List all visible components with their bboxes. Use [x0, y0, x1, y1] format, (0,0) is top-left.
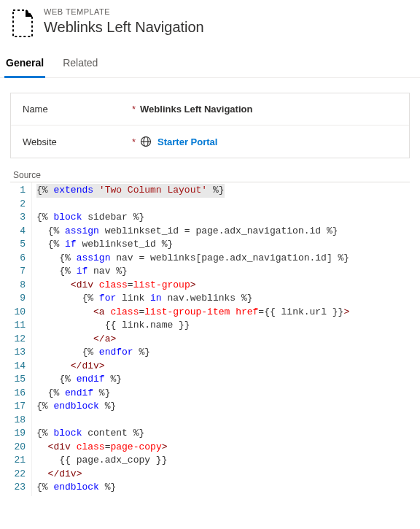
line-number: 18 — [13, 414, 26, 428]
line-number: 19 — [13, 427, 26, 441]
line-number: 14 — [13, 360, 26, 374]
code-line[interactable]: </div> — [36, 360, 410, 374]
line-number: 8 — [13, 279, 26, 293]
code-line[interactable]: {% assign weblinkset_id = page.adx_navig… — [36, 225, 410, 239]
line-number: 6 — [13, 252, 26, 266]
page-title: Weblinks Left Navigation — [44, 19, 204, 36]
line-number: 15 — [13, 373, 26, 387]
field-website-label: Website — [23, 136, 132, 147]
line-number: 11 — [13, 319, 26, 333]
line-number: 5 — [13, 238, 26, 252]
source-label: Source — [13, 170, 420, 180]
field-website-row: Website * Starter Portal — [11, 126, 409, 158]
code-line[interactable]: {% endblock %} — [36, 400, 410, 414]
line-number: 23 — [13, 481, 26, 495]
page-header: WEB TEMPLATE Weblinks Left Navigation — [0, 0, 420, 51]
line-number: 10 — [13, 306, 26, 320]
code-content[interactable]: {% extends 'Two Column Layout' %} {% blo… — [32, 182, 410, 496]
code-line[interactable]: {% for link in nav.weblinks %} — [36, 292, 410, 306]
required-indicator: * — [132, 104, 136, 115]
web-template-icon — [10, 9, 34, 38]
globe-icon — [140, 136, 152, 147]
code-line[interactable]: {% if weblinkset_id %} — [36, 238, 410, 252]
required-indicator: * — [132, 136, 136, 147]
field-website-link-text: Starter Portal — [158, 136, 217, 147]
line-number: 20 — [13, 441, 26, 455]
code-line[interactable]: {{ link.name }} — [36, 319, 410, 333]
line-number: 13 — [13, 346, 26, 360]
line-number: 2 — [13, 198, 26, 212]
field-name-value[interactable]: Weblinks Left Navigation — [140, 104, 252, 115]
code-line[interactable]: {% endblock %} — [36, 481, 410, 495]
code-line[interactable]: {% endif %} — [36, 387, 410, 401]
tab-general[interactable]: General — [4, 51, 45, 78]
code-line[interactable]: </a> — [36, 333, 410, 347]
code-line[interactable]: {% block content %} — [36, 427, 410, 441]
line-number: 3 — [13, 211, 26, 225]
field-name-row: Name * Weblinks Left Navigation — [11, 93, 409, 126]
code-line[interactable]: {% endfor %} — [36, 346, 410, 360]
tab-related[interactable]: Related — [61, 51, 99, 78]
line-number: 4 — [13, 225, 26, 239]
line-number: 16 — [13, 387, 26, 401]
code-line[interactable] — [36, 198, 410, 212]
code-line[interactable]: <a class=list-group-item href={{ link.ur… — [36, 306, 410, 320]
code-line[interactable]: {% assign nav = weblinks[page.adx_naviga… — [36, 252, 410, 266]
code-line[interactable]: <div class=page-copy> — [36, 441, 410, 455]
code-line[interactable]: {% if nav %} — [36, 265, 410, 279]
code-line[interactable]: {% block sidebar %} — [36, 211, 410, 225]
line-number: 21 — [13, 454, 26, 468]
line-number: 12 — [13, 333, 26, 347]
field-name-label: Name — [23, 104, 132, 115]
line-number: 17 — [13, 400, 26, 414]
line-number: 1 — [13, 184, 26, 198]
line-number: 22 — [13, 468, 26, 482]
code-line[interactable]: {{ page.adx_copy }} — [36, 454, 410, 468]
code-line[interactable] — [36, 414, 410, 428]
field-website-value[interactable]: Starter Portal — [140, 136, 217, 147]
line-number: 7 — [13, 265, 26, 279]
form-panel: Name * Weblinks Left Navigation Website … — [10, 93, 410, 158]
code-editor[interactable]: 1234567891011121314151617181920212223 {%… — [10, 182, 410, 496]
entity-type-label: WEB TEMPLATE — [44, 7, 204, 16]
tabs: GeneralRelated — [0, 51, 420, 78]
code-line[interactable]: <div class=list-group> — [36, 279, 410, 293]
line-gutter: 1234567891011121314151617181920212223 — [10, 182, 32, 496]
code-line[interactable]: </div> — [36, 468, 410, 482]
line-number: 9 — [13, 292, 26, 306]
code-line[interactable]: {% extends 'Two Column Layout' %} — [36, 184, 410, 198]
code-line[interactable]: {% endif %} — [36, 373, 410, 387]
